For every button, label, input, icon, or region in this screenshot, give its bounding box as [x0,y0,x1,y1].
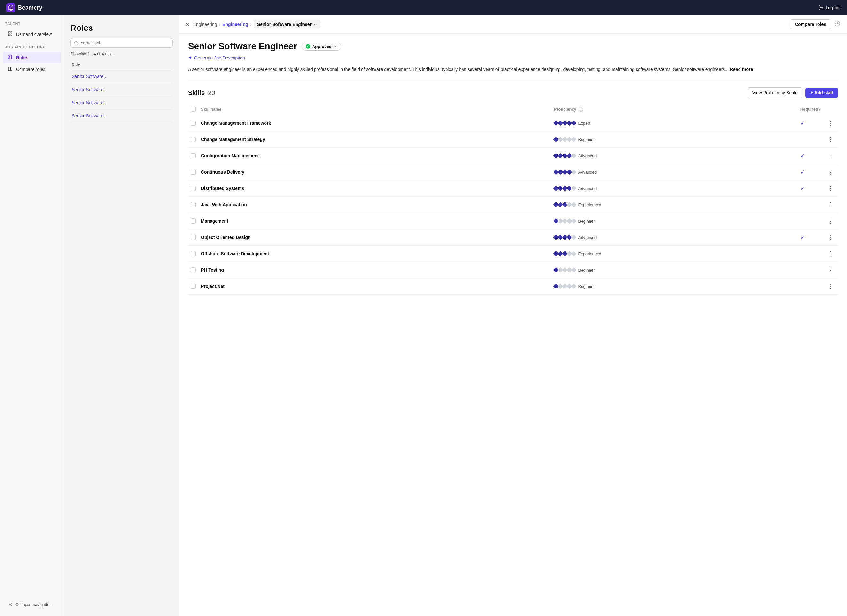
role-title-row: Senior Software Engineer Approved [188,41,838,52]
close-button[interactable]: × [186,21,189,28]
sidebar-item-demand-overview[interactable]: Demand overview [3,28,61,40]
detail-content: Senior Software Engineer Approved ✦ Gene… [179,34,847,302]
proficiency-cell: Advanced [554,153,795,158]
talent-section-label: TALENT [0,22,63,28]
search-box[interactable] [70,38,173,48]
row-checkbox[interactable] [190,235,196,240]
row-checkbox[interactable] [190,284,196,289]
gen-job-desc-label: Generate Job Description [194,55,245,60]
sidebar: TALENT Demand overview JOB ARCHITECTURE … [0,15,64,616]
svg-point-8 [75,41,77,44]
skill-name: Configuration Management [201,153,259,158]
breadcrumb: Engineering › Engineering › Senior Softw… [193,20,320,28]
logout-button[interactable]: Log out [819,5,841,10]
skills-actions: View Proficiency Scale + Add skill [748,87,838,98]
table-row: ManagementBeginner⋮ [188,213,838,229]
row-checkbox[interactable] [190,202,196,207]
proficiency-diamond [571,186,576,191]
row-checkbox[interactable] [190,121,196,126]
proficiency-label: Beginner [578,284,595,289]
list-item[interactable]: Senior Software... [70,70,173,83]
list-item[interactable]: Senior Software... [70,109,173,122]
more-options-button[interactable]: ⋮ [826,217,835,225]
skill-name-header: Skill name [198,103,552,115]
list-item[interactable]: Senior Software... [70,96,173,109]
required-cell: ✓ [798,229,823,246]
row-checkbox[interactable] [190,169,196,175]
table-row: Object Oriented DesignAdvanced✓⋮ [188,229,838,246]
collapse-nav-label: Collapse navigation [15,602,52,607]
proficiency-cell: Experienced [554,202,795,207]
skills-title: Skills 20 [188,89,215,97]
proficiency-cell: Advanced [554,235,795,240]
svg-rect-2 [8,32,10,33]
logout-icon [819,5,823,10]
search-input[interactable] [81,40,169,46]
select-all-checkbox[interactable] [190,106,196,112]
detail-panel: × Engineering › Engineering › Senior Sof… [179,15,847,616]
read-more-link[interactable]: Read more [730,67,753,72]
role-title: Senior Software Engineer [188,41,297,52]
list-item[interactable]: Senior Software... [70,83,173,96]
more-options-button[interactable]: ⋮ [826,135,835,144]
breadcrumb-chevron-1: › [219,22,220,27]
proficiency-header: Proficiency i [552,103,798,115]
compare-roles-button[interactable]: Compare roles [790,19,831,29]
sidebar-item-roles[interactable]: Roles [3,52,61,63]
search-icon [74,41,78,45]
more-options-button[interactable]: ⋮ [826,152,835,160]
more-options-button[interactable]: ⋮ [826,200,835,209]
more-options-button[interactable]: ⋮ [826,184,835,193]
breadcrumb-engineering1[interactable]: Engineering [193,22,217,27]
row-checkbox[interactable] [190,153,196,158]
roles-panel: Roles Showing 1 - 4 of 4 ma... Role Seni… [64,15,179,616]
skill-name: Java Web Application [201,202,247,207]
skill-name: Change Management Framework [201,121,271,126]
demand-overview-icon [8,31,13,37]
required-cell: ✓ [798,148,823,164]
required-cell: ✓ [798,164,823,180]
required-cell [798,262,823,278]
generate-job-desc-button[interactable]: ✦ Generate Job Description [188,55,838,61]
roles-panel-title: Roles [70,23,173,33]
proficiency-col-label: Proficiency [554,107,576,112]
proficiency-diamond [571,251,576,256]
proficiency-label: Beginner [578,268,595,273]
skill-name: Distributed Systems [201,186,244,191]
more-options-button[interactable]: ⋮ [826,282,835,290]
logout-label: Log out [826,5,841,10]
proficiency-diamond [571,121,576,126]
proficiency-cell: Advanced [554,186,795,191]
more-options-button[interactable]: ⋮ [826,168,835,176]
more-options-button[interactable]: ⋮ [826,233,835,242]
collapse-nav-button[interactable]: Collapse navigation [3,599,61,610]
view-proficiency-button[interactable]: View Proficiency Scale [748,87,802,98]
more-options-button[interactable]: ⋮ [826,249,835,258]
more-options-button[interactable]: ⋮ [826,266,835,274]
skills-section: Skills 20 View Proficiency Scale + Add s… [188,81,838,295]
row-checkbox[interactable] [190,137,196,142]
description-content: A senior software engineer is an experie… [188,67,729,72]
status-badge[interactable]: Approved [302,43,342,50]
table-row: Project.NetBeginner⋮ [188,278,838,295]
row-checkbox[interactable] [190,218,196,224]
row-checkbox[interactable] [190,267,196,273]
table-row: Change Management FrameworkExpert✓⋮ [188,115,838,131]
breadcrumb-chevron-2: › [250,22,252,27]
sidebar-item-compare-roles[interactable]: Compare roles [3,63,61,75]
more-options-button[interactable]: ⋮ [826,119,835,127]
demand-overview-label: Demand overview [16,32,52,37]
skill-name: Offshore Software Development [201,251,269,256]
proficiency-info-icon[interactable]: i [578,107,583,112]
table-row: Offshore Software DevelopmentExperienced… [188,246,838,262]
proficiency-diamond [571,153,576,159]
row-checkbox[interactable] [190,186,196,191]
table-row: Continuous DeliveryAdvanced✓⋮ [188,164,838,180]
history-icon[interactable] [834,21,841,28]
add-skill-button[interactable]: + Add skill [806,88,838,98]
breadcrumb-current-role[interactable]: Senior Software Engineer [254,20,320,28]
required-check-icon: ✓ [800,153,804,159]
breadcrumb-engineering2[interactable]: Engineering [222,22,248,27]
row-checkbox[interactable] [190,251,196,256]
table-row: Configuration ManagementAdvanced✓⋮ [188,148,838,164]
